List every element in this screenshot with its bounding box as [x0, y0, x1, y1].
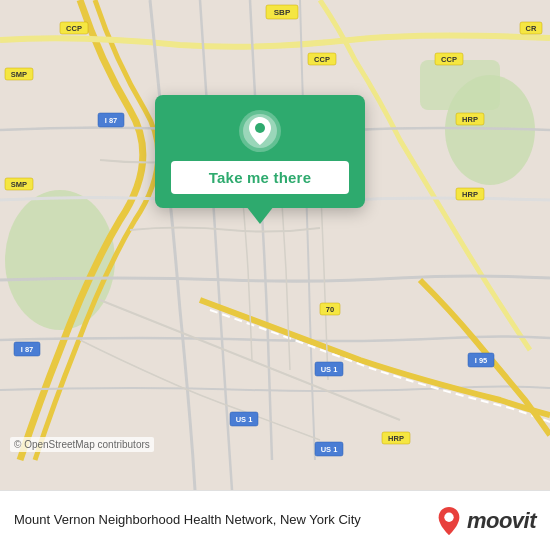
location-pin-icon: [238, 109, 282, 153]
svg-point-40: [255, 123, 265, 133]
popup-bubble: Take me there: [155, 95, 365, 208]
svg-text:I 87: I 87: [21, 345, 34, 354]
moovit-brand-name: moovit: [467, 508, 536, 534]
svg-text:70: 70: [326, 305, 334, 314]
svg-text:CCP: CCP: [66, 24, 82, 33]
take-me-there-button[interactable]: Take me there: [171, 161, 349, 194]
svg-text:I 95: I 95: [475, 356, 488, 365]
map-container: SBP CCP CCP CCP CR SMP SMP I 87 I 87 HRP…: [0, 0, 550, 490]
svg-text:US 1: US 1: [321, 445, 338, 454]
svg-text:US 1: US 1: [321, 365, 338, 374]
svg-text:SMP: SMP: [11, 180, 27, 189]
moovit-logo: moovit: [435, 505, 536, 537]
map-attribution: © OpenStreetMap contributors: [10, 437, 154, 452]
svg-text:HRP: HRP: [462, 190, 478, 199]
location-text: Mount Vernon Neighborhood Health Network…: [14, 512, 425, 529]
svg-text:SBP: SBP: [274, 8, 291, 17]
svg-text:SMP: SMP: [11, 70, 27, 79]
svg-text:CR: CR: [526, 24, 537, 33]
svg-text:I 87: I 87: [105, 116, 118, 125]
bottom-bar: Mount Vernon Neighborhood Health Network…: [0, 490, 550, 550]
svg-text:CCP: CCP: [441, 55, 457, 64]
svg-text:HRP: HRP: [388, 434, 404, 443]
svg-text:HRP: HRP: [462, 115, 478, 124]
svg-point-41: [444, 512, 453, 521]
map-svg: SBP CCP CCP CCP CR SMP SMP I 87 I 87 HRP…: [0, 0, 550, 490]
svg-text:CCP: CCP: [314, 55, 330, 64]
svg-rect-3: [420, 60, 500, 110]
svg-text:US 1: US 1: [236, 415, 253, 424]
moovit-pin-icon: [435, 505, 463, 537]
